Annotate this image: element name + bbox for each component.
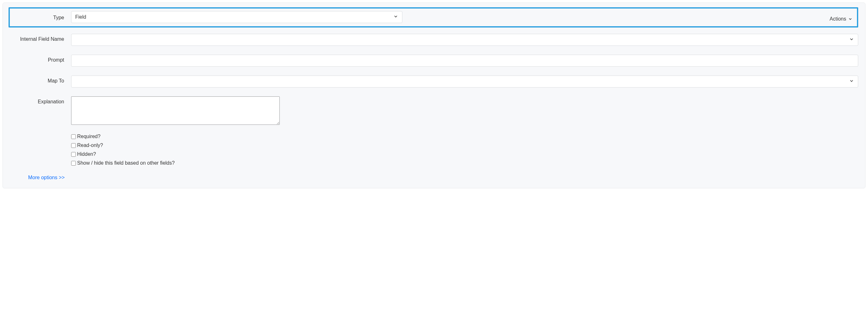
required-label: Required?	[77, 134, 100, 140]
prompt-label: Prompt	[10, 55, 71, 63]
more-options-link[interactable]: More options >>	[28, 175, 65, 180]
chevron-down-icon	[849, 79, 854, 85]
chevron-down-icon	[848, 17, 852, 21]
type-select-value: Field	[75, 14, 86, 20]
hidden-checkbox-item[interactable]: Hidden?	[71, 151, 175, 157]
actions-menu[interactable]: Actions	[830, 16, 852, 22]
map-to-row: Map To	[10, 75, 858, 88]
hidden-checkbox[interactable]	[71, 152, 76, 157]
actions-label: Actions	[830, 16, 846, 22]
conditional-checkbox-item[interactable]: Show / hide this field based on other fi…	[71, 160, 175, 166]
map-to-label: Map To	[10, 75, 71, 84]
internal-field-name-row: Internal Field Name	[10, 34, 858, 46]
internal-field-name-select[interactable]	[71, 34, 858, 46]
hidden-label: Hidden?	[77, 151, 96, 157]
required-checkbox[interactable]	[71, 134, 76, 139]
required-checkbox-item[interactable]: Required?	[71, 134, 175, 140]
explanation-label: Explanation	[10, 96, 71, 104]
checkbox-list: Required? Read-only? Hidden? Show / hide…	[71, 134, 175, 166]
field-editor-panel: Actions Type Field Internal Field Name	[3, 3, 865, 188]
map-to-select[interactable]	[71, 75, 858, 88]
checkbox-row: Required? Read-only? Hidden? Show / hide…	[10, 134, 858, 166]
type-select[interactable]: Field	[71, 11, 402, 23]
internal-field-name-label: Internal Field Name	[10, 34, 71, 42]
explanation-row: Explanation	[10, 96, 858, 125]
readonly-checkbox[interactable]	[71, 143, 76, 148]
type-row-highlight: Type Field	[8, 7, 858, 28]
prompt-row: Prompt	[10, 55, 858, 67]
explanation-textarea[interactable]	[71, 96, 280, 125]
prompt-input[interactable]	[71, 55, 858, 67]
readonly-label: Read-only?	[77, 143, 103, 148]
conditional-checkbox[interactable]	[71, 161, 76, 165]
chevron-down-icon	[849, 37, 854, 43]
chevron-down-icon	[393, 14, 398, 20]
type-label: Type	[12, 13, 71, 21]
conditional-label: Show / hide this field based on other fi…	[77, 160, 175, 166]
readonly-checkbox-item[interactable]: Read-only?	[71, 143, 175, 148]
